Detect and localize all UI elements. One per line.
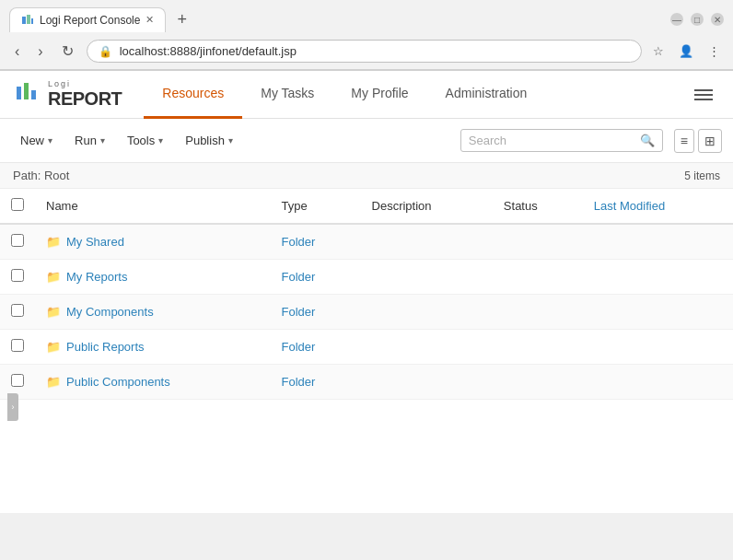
app-logo: Logi REPORT [15, 79, 122, 110]
svg-rect-1 [27, 15, 30, 24]
row-checkbox[interactable] [11, 234, 24, 247]
browser-tab[interactable]: Logi Report Console ✕ [9, 7, 166, 32]
tools-button[interactable]: Tools ▾ [118, 128, 172, 153]
tab-close-icon[interactable]: ✕ [145, 14, 154, 26]
hamburger-line-3 [694, 99, 713, 100]
row-description [361, 224, 493, 260]
search-input[interactable] [469, 134, 634, 147]
row-checkbox-cell [0, 224, 35, 260]
folder-icon: 📁 [46, 305, 61, 319]
breadcrumb: Path: Root [13, 169, 69, 182]
file-table: Name Type Description Status Last Modifi [0, 189, 733, 400]
hamburger-line-1 [694, 89, 713, 91]
maximize-button[interactable]: □ [691, 13, 704, 26]
minimize-button[interactable]: — [670, 13, 683, 26]
row-type: Folder [271, 224, 361, 260]
row-type: Folder [271, 330, 361, 365]
run-button[interactable]: Run ▾ [65, 128, 114, 153]
row-status [493, 260, 583, 295]
header-description: Description [361, 189, 493, 224]
tab-title: Logi Report Console [40, 14, 140, 27]
row-status [493, 295, 583, 330]
nav-item-resources[interactable]: Resources [144, 71, 242, 119]
svg-rect-3 [17, 87, 21, 99]
row-description [361, 330, 493, 365]
side-expand-tab[interactable]: › [7, 393, 18, 421]
forward-button[interactable]: › [32, 41, 48, 62]
row-status [493, 224, 583, 260]
table-row[interactable]: 📁 My Components Folder [0, 295, 733, 330]
row-checkbox[interactable] [11, 374, 24, 387]
row-name: 📁 My Reports [35, 260, 271, 295]
header-name: Name [35, 189, 271, 224]
header-checkbox-col [0, 189, 35, 224]
row-checkbox[interactable] [11, 304, 24, 317]
grid-view-icon: ⊞ [704, 134, 716, 148]
folder-link[interactable]: 📁 My Shared [46, 235, 260, 249]
nav-item-administration[interactable]: Administration [427, 71, 546, 119]
row-checkbox-cell [0, 295, 35, 330]
row-last-modified [583, 295, 733, 330]
logo-text: REPORT [48, 88, 122, 110]
main-nav: Resources My Tasks My Profile Administra… [144, 71, 689, 119]
toolbar: New ▾ Run ▾ Tools ▾ Publish ▾ 🔍 ≡ [0, 119, 733, 163]
breadcrumb-text: Path: Root [13, 169, 69, 182]
bookmark-icon[interactable]: ☆ [649, 42, 668, 60]
hamburger-menu[interactable] [689, 81, 718, 109]
row-name: 📁 My Shared [35, 224, 271, 260]
nav-item-tasks[interactable]: My Tasks [242, 71, 332, 119]
row-checkbox-cell [0, 330, 35, 365]
publish-button[interactable]: Publish ▾ [176, 128, 242, 153]
new-arrow-icon: ▾ [48, 135, 52, 146]
row-name: 📁 Public Reports [35, 330, 271, 365]
table-row[interactable]: 📁 My Shared Folder [0, 224, 733, 260]
svg-rect-5 [31, 90, 36, 99]
row-type: Folder [271, 295, 361, 330]
select-all-checkbox[interactable] [11, 198, 24, 211]
table-row[interactable]: 📁 My Reports Folder [0, 260, 733, 295]
row-description [361, 295, 493, 330]
folder-icon: 📁 [46, 375, 61, 389]
new-button[interactable]: New ▾ [11, 128, 62, 153]
folder-icon: 📁 [46, 270, 61, 284]
refresh-button[interactable]: ↻ [56, 41, 79, 62]
new-tab-button[interactable]: + [169, 6, 194, 33]
folder-icon: 📁 [46, 235, 61, 249]
header-last-modified[interactable]: Last Modified [583, 189, 733, 224]
folder-link[interactable]: 📁 My Components [46, 305, 260, 319]
list-view-button[interactable]: ≡ [674, 129, 694, 153]
menu-icon[interactable]: ⋮ [704, 42, 724, 60]
row-last-modified [583, 224, 733, 260]
grid-view-button[interactable]: ⊞ [698, 129, 722, 153]
url-text: localhost:8888/jinfonet/default.jsp [120, 44, 630, 58]
row-checkbox[interactable] [11, 339, 24, 352]
hamburger-line-2 [694, 94, 713, 96]
row-type: Folder [271, 365, 361, 400]
folder-link[interactable]: 📁 Public Reports [46, 340, 260, 354]
breadcrumb-bar: Path: Root 5 items [0, 163, 733, 189]
row-last-modified [583, 260, 733, 295]
row-description [361, 260, 493, 295]
folder-link[interactable]: 📁 My Reports [46, 270, 260, 284]
nav-item-profile[interactable]: My Profile [332, 71, 426, 119]
search-box[interactable]: 🔍 [460, 129, 663, 152]
table-header-row: Name Type Description Status Last Modifi [0, 189, 733, 224]
close-button[interactable]: ✕ [711, 13, 724, 26]
row-name: 📁 Public Components [35, 365, 271, 400]
row-checkbox[interactable] [11, 269, 24, 282]
back-button[interactable]: ‹ [9, 41, 25, 62]
svg-rect-4 [24, 83, 29, 99]
app-header: Logi REPORT Resources My Tasks My Profil… [0, 71, 733, 119]
publish-arrow-icon: ▾ [228, 135, 233, 146]
folder-link[interactable]: 📁 Public Components [46, 375, 260, 389]
logo-icon [15, 79, 42, 110]
table-row[interactable]: 📁 Public Reports Folder [0, 330, 733, 365]
account-icon[interactable]: 👤 [675, 42, 697, 60]
file-table-container: Name Type Description Status Last Modifi [0, 189, 733, 513]
tools-arrow-icon: ▾ [158, 135, 163, 146]
row-type: Folder [271, 260, 361, 295]
list-view-icon: ≡ [681, 134, 688, 148]
header-status: Status [493, 189, 583, 224]
table-row[interactable]: 📁 Public Components Folder [0, 365, 733, 400]
url-bar: 🔒 localhost:8888/jinfonet/default.jsp [87, 40, 642, 63]
